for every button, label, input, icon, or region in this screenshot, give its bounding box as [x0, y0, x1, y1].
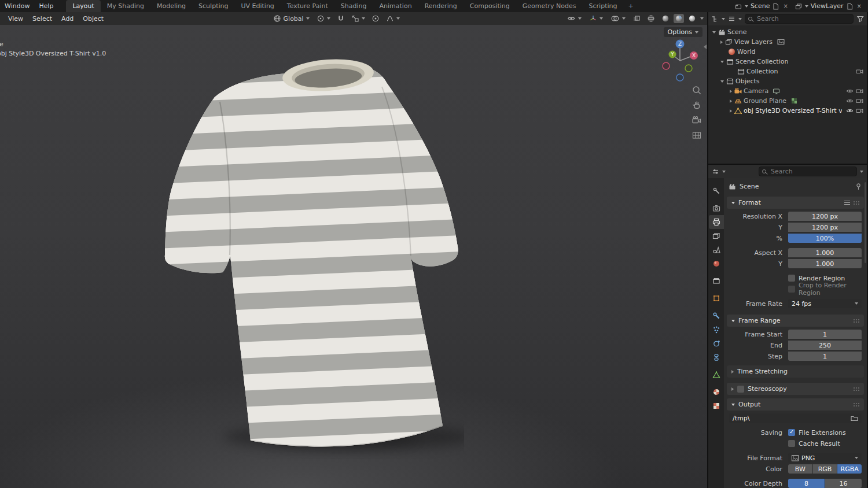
transform-orientation-dropdown[interactable]: Global — [270, 13, 312, 24]
menu-window[interactable]: Window — [0, 0, 34, 12]
properties-tab-scene[interactable] — [709, 243, 724, 257]
properties-tab-particles[interactable] — [709, 323, 724, 337]
outliner-search-input[interactable] — [745, 14, 854, 24]
properties-tab-modifiers[interactable] — [709, 309, 724, 323]
outliner-row-collection[interactable]: Collection — [708, 66, 863, 76]
properties-tab-object[interactable] — [709, 291, 724, 305]
expander-icon[interactable] — [720, 40, 723, 44]
properties-tab-world[interactable] — [709, 257, 724, 271]
viewport-canvas[interactable]: e obj Style3D Oversized T-Shirt v1.0 Opt… — [0, 25, 707, 488]
proportional-falloff-dropdown[interactable] — [383, 13, 403, 24]
properties-tab-physics[interactable] — [709, 337, 724, 350]
color-rgba-button[interactable]: RGBA — [837, 464, 862, 474]
chevron-down-icon[interactable] — [805, 5, 808, 8]
expander-icon[interactable] — [720, 61, 724, 63]
resolution-y-field[interactable]: 1200 px — [788, 223, 862, 232]
workspace-tab-modeling[interactable]: Modeling — [150, 0, 192, 12]
disable-in-renders-icon[interactable] — [855, 68, 863, 76]
output-path-field[interactable]: /tmp\ — [729, 413, 862, 423]
properties-tab-output[interactable] — [709, 215, 724, 229]
scene-selector[interactable]: Scene × — [733, 2, 791, 10]
expander-icon[interactable] — [731, 370, 734, 374]
expander-icon[interactable] — [730, 90, 732, 93]
frame-step-field[interactable]: 1 — [788, 352, 862, 361]
aspect-x-field[interactable]: 1.000 — [788, 248, 862, 257]
shading-wireframe-button[interactable] — [645, 14, 657, 23]
expander-icon[interactable] — [731, 404, 735, 406]
options-dropdown[interactable]: Options — [664, 27, 703, 37]
disable-in-renders-icon[interactable] — [855, 87, 863, 95]
outliner-display-mode-icon[interactable] — [728, 15, 735, 23]
frame-rate-dropdown[interactable]: 24 fps — [788, 299, 862, 308]
workspace-tab-texture-paint[interactable]: Texture Paint — [281, 0, 334, 12]
outliner-editor-type-icon[interactable] — [711, 15, 719, 23]
workspace-tab-animation[interactable]: Animation — [373, 0, 418, 12]
visibility-dropdown[interactable] — [564, 13, 584, 24]
output-panel-header[interactable]: Output — [727, 398, 864, 411]
shading-rendered-button[interactable] — [686, 14, 698, 23]
chevron-down-icon[interactable] — [745, 5, 748, 8]
shading-material-button[interactable] — [674, 14, 684, 23]
hide-eye-icon[interactable] — [845, 97, 854, 105]
workspace-tab-my-shading[interactable]: My Shading — [101, 0, 150, 12]
menu-help[interactable]: Help — [34, 0, 58, 12]
proportional-editing-toggle[interactable] — [369, 14, 382, 23]
depth-8-button[interactable]: 8 — [788, 479, 825, 488]
disable-in-renders-icon[interactable] — [855, 97, 863, 105]
tshirt-object[interactable] — [152, 54, 464, 459]
gizmo-minus-z-axis[interactable] — [676, 74, 683, 81]
properties-tab-collection[interactable] — [709, 274, 724, 288]
properties-tab-render[interactable] — [709, 201, 724, 215]
chevron-down-icon[interactable] — [722, 18, 725, 20]
resolution-percent-slider[interactable]: 100% — [788, 234, 862, 243]
properties-search-input[interactable] — [759, 167, 857, 176]
workspace-tab-shading[interactable]: Shading — [334, 0, 373, 12]
frame-range-panel-header[interactable]: Frame Range — [727, 315, 864, 327]
workspace-tab-uv-editing[interactable]: UV Editing — [234, 0, 280, 12]
chevron-down-icon[interactable] — [860, 171, 863, 173]
pan-hand-button[interactable] — [692, 100, 702, 110]
outliner-row-scene[interactable]: Scene — [708, 27, 863, 37]
frame-end-field[interactable]: 250 — [788, 341, 862, 350]
time-stretching-subpanel-header[interactable]: Time Stretching — [727, 365, 864, 378]
format-panel-header[interactable]: Format — [727, 197, 864, 209]
workspace-tab-layout[interactable]: Layout — [66, 0, 100, 12]
frame-start-field[interactable]: 1 — [788, 330, 862, 339]
unlink-scene-icon[interactable]: × — [782, 3, 789, 9]
crop-to-render-region-checkbox[interactable] — [788, 286, 795, 293]
expander-icon[interactable] — [731, 387, 734, 391]
pivot-point-dropdown[interactable] — [314, 13, 333, 24]
depth-16-button[interactable]: 16 — [825, 479, 862, 488]
properties-tab-constraints[interactable] — [709, 350, 724, 364]
presets-icon[interactable] — [844, 201, 850, 205]
resolution-x-field[interactable]: 1200 px — [788, 212, 862, 221]
menu-select[interactable]: Select — [28, 15, 57, 23]
outliner-row-world[interactable]: World — [708, 47, 863, 57]
outliner-row-ground-plane[interactable]: Ground Plane — [708, 96, 863, 106]
add-workspace-button[interactable]: + — [623, 0, 638, 12]
menu-object[interactable]: Object — [78, 15, 108, 23]
gizmos-dropdown[interactable] — [586, 13, 606, 24]
outliner-row-objects[interactable]: Objects — [708, 76, 863, 86]
outliner-row-tshirt[interactable]: obj Style3D Oversized T-Shirt v1. — [708, 106, 863, 116]
filter-icon[interactable] — [856, 15, 864, 23]
view-layer-selector[interactable]: ViewLayer × — [793, 2, 865, 10]
new-view-layer-icon[interactable] — [846, 2, 854, 10]
file-extensions-checkbox[interactable] — [788, 429, 795, 436]
expander-icon[interactable] — [731, 202, 735, 204]
workspace-tab-sculpting[interactable]: Sculpting — [192, 0, 234, 12]
cache-result-checkbox[interactable] — [788, 440, 795, 447]
color-rgb-button[interactable]: RGB — [813, 464, 837, 474]
gizmo-minus-x-axis[interactable] — [663, 62, 670, 69]
xray-toggle[interactable] — [630, 14, 643, 23]
drag-grip-icon[interactable] — [854, 387, 859, 391]
snap-toggle[interactable] — [334, 14, 347, 23]
camera-view-button[interactable] — [692, 115, 702, 125]
stereoscopy-checkbox[interactable] — [737, 386, 744, 393]
overlays-dropdown[interactable] — [608, 13, 628, 24]
hide-eye-icon[interactable] — [845, 87, 854, 95]
outliner-row-camera[interactable]: Camera — [708, 86, 863, 96]
expander-icon[interactable] — [731, 320, 735, 322]
properties-scrollbar[interactable] — [865, 182, 866, 263]
orthographic-grid-button[interactable] — [692, 130, 702, 141]
